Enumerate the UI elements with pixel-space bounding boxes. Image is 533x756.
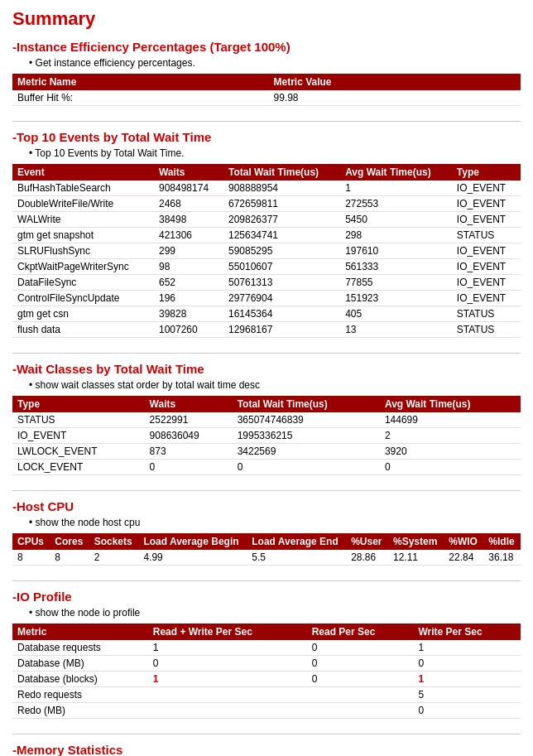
table-cell: SLRUFlushSync — [12, 243, 154, 259]
table-cell: 12968167 — [223, 322, 340, 338]
table-cell: 272553 — [340, 196, 452, 212]
col-header: Load Average Begin — [138, 533, 247, 550]
table-cell: 77855 — [340, 275, 452, 291]
col-header: Read Per Sec — [307, 624, 414, 640]
col-header: Event — [12, 164, 154, 181]
table-cell: 2 — [89, 550, 139, 566]
instance-efficiency-subtitle: Get instance efficiency percentages. — [29, 57, 521, 69]
col-header: CPUs — [12, 533, 50, 550]
table-cell: DoubleWriteFile/Write — [12, 196, 154, 212]
memory-stats-section: -Memory Statistics show the node memory … — [12, 743, 521, 756]
table-cell: 36.18 — [483, 550, 521, 566]
table-cell: 28.86 — [346, 550, 388, 566]
table-cell: 209826377 — [223, 212, 340, 228]
table-cell: 421306 — [154, 228, 223, 243]
table-row: LOCK_EVENT000 — [12, 460, 521, 475]
table-cell: 5450 — [340, 212, 452, 228]
table-cell: 151923 — [340, 291, 452, 306]
io-profile-section: -IO Profile show the node io profile Met… — [12, 590, 521, 719]
table-row: 8824.995.528.8612.1122.8436.18 — [12, 550, 521, 566]
table-cell: 908888954 — [223, 181, 340, 196]
top10-events-subtitle: Top 10 Events by Total Wait Time. — [29, 147, 521, 159]
col-metric-value: Metric Value — [268, 74, 521, 90]
table-cell: DataFileSync — [12, 275, 154, 291]
host-cpu-subtitle: show the node host cpu — [29, 517, 521, 528]
table-cell: IO_EVENT — [452, 259, 521, 275]
table-cell: 22.84 — [444, 550, 483, 566]
table-row: flush data10072601296816713STATUS — [12, 322, 521, 338]
table-cell: 405 — [340, 306, 452, 322]
table-cell: 8 — [50, 550, 89, 566]
col-header: Waits — [154, 164, 223, 181]
table-cell: STATUS — [452, 322, 521, 338]
table-cell: 0 — [414, 656, 521, 672]
table-cell — [148, 703, 307, 719]
col-header: Load Average End — [247, 533, 346, 550]
table-cell: Redo (MB) — [12, 703, 148, 719]
col-header: %WIO — [444, 533, 483, 550]
table-cell: 908636049 — [145, 428, 233, 444]
col-header: %System — [388, 533, 444, 550]
table-row: Database (blocks)101 — [12, 672, 521, 687]
table-cell: STATUS — [12, 412, 145, 428]
table-cell: 2 — [380, 428, 521, 444]
table-row: Database (MB)000 — [12, 656, 521, 672]
wait-classes-subtitle: show wait classes stat order by total wa… — [29, 379, 521, 391]
table-cell: 13 — [340, 322, 452, 338]
table-cell: BufHashTableSearch — [12, 181, 154, 196]
table-cell: 29776904 — [223, 291, 340, 306]
table-row: gtm get snapshot421306125634741298STATUS — [12, 228, 521, 243]
table-cell: 196 — [154, 291, 223, 306]
table-row: Redo (MB)0 — [12, 703, 521, 719]
table-cell: 0 — [233, 460, 380, 475]
table-cell: 197610 — [340, 243, 452, 259]
col-header: Type — [12, 396, 145, 412]
table-cell: 2468 — [154, 196, 223, 212]
table-cell: 652 — [154, 275, 223, 291]
table-cell: 298 — [340, 228, 452, 243]
host-cpu-table: CPUsCoresSocketsLoad Average BeginLoad A… — [12, 533, 521, 566]
table-cell: 39828 — [154, 306, 223, 322]
table-cell: 59085295 — [223, 243, 340, 259]
table-cell: IO_EVENT — [452, 181, 521, 196]
table-cell: STATUS — [452, 228, 521, 243]
table-cell: 1 — [414, 672, 521, 687]
wait-classes-table: TypeWaitsTotal Wait Time(us)Avg Wait Tim… — [12, 396, 521, 475]
table-row: BufHashTableSearch9084981749088889541IO_… — [12, 181, 521, 196]
table-cell: 125634741 — [223, 228, 340, 243]
table-cell: ControlFileSyncUpdate — [12, 291, 154, 306]
col-header: %User — [346, 533, 388, 550]
table-cell: 55010607 — [223, 259, 340, 275]
table-cell: 2522991 — [145, 412, 233, 428]
table-cell: 1 — [148, 640, 307, 656]
table-cell: 672659811 — [223, 196, 340, 212]
table-cell — [307, 703, 414, 719]
host-cpu-title: -Host CPU — [12, 499, 521, 513]
io-profile-title: -IO Profile — [12, 590, 521, 604]
table-cell: 50761313 — [223, 275, 340, 291]
table-cell: STATUS — [452, 306, 521, 322]
table-cell: 0 — [414, 703, 521, 719]
table-row: WALWrite384982098263775450IO_EVENT — [12, 212, 521, 228]
table-cell: 3422569 — [233, 444, 380, 460]
table-cell: LWLOCK_EVENT — [12, 444, 145, 460]
top10-events-table: EventWaitsTotal Wait Time(us)Avg Wait Ti… — [12, 164, 521, 338]
divider-3 — [12, 490, 521, 491]
table-row: IO_EVENT90863604919953362152 — [12, 428, 521, 444]
table-cell: Database (blocks) — [12, 672, 148, 687]
table-cell: WALWrite — [12, 212, 154, 228]
table-cell: 38498 — [154, 212, 223, 228]
table-cell: 3920 — [380, 444, 521, 460]
memory-stats-title: -Memory Statistics — [12, 743, 521, 756]
table-cell: 365074746839 — [233, 412, 380, 428]
table-cell: 0 — [145, 460, 233, 475]
io-profile-table: MetricRead + Write Per SecRead Per SecWr… — [12, 624, 521, 719]
table-cell: IO_EVENT — [452, 196, 521, 212]
table-cell: LOCK_EVENT — [12, 460, 145, 475]
divider-5 — [12, 734, 521, 734]
table-cell: 1 — [340, 181, 452, 196]
table-cell: 0 — [307, 656, 414, 672]
table-row: Redo requests5 — [12, 687, 521, 703]
table-row: gtm get csn3982816145364405STATUS — [12, 306, 521, 322]
table-cell: gtm get snapshot — [12, 228, 154, 243]
